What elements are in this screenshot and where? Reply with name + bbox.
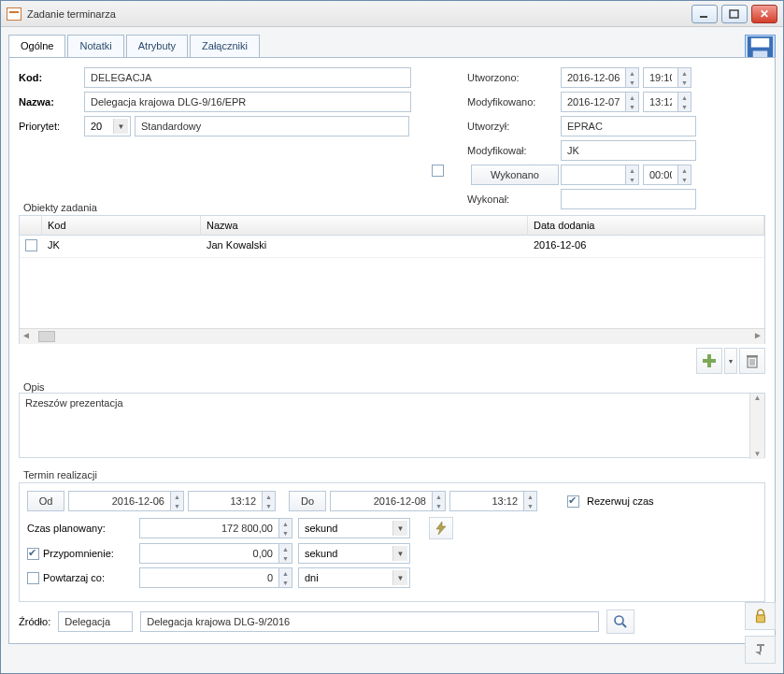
priorytet-spinner[interactable]: 20 ▼ [84, 116, 131, 136]
tab-general[interactable]: Ogólne [8, 35, 65, 57]
powt-unit-combo[interactable]: dni▼ [298, 567, 410, 588]
rezerwuj-checkbox[interactable] [567, 495, 579, 508]
wykonano-checkbox[interactable] [432, 165, 444, 177]
delete-button[interactable] [739, 348, 765, 374]
utworzono-time[interactable] [643, 67, 678, 88]
minimize-button[interactable] [691, 5, 718, 23]
utworzyl-label: Utworzył: [467, 121, 561, 132]
nazwa-label: Nazwa: [19, 96, 84, 108]
modyfikowano-time[interactable] [643, 92, 678, 112]
wykonano-button[interactable]: Wykonano [471, 165, 559, 185]
wykonal-label: Wykonał: [467, 194, 561, 205]
kod-input[interactable] [84, 67, 411, 88]
svg-rect-17 [757, 644, 764, 646]
table-row[interactable]: JK Jan Kowalski 2016-12-06 [20, 236, 764, 258]
opis-textarea[interactable] [19, 393, 765, 458]
modyfikowal-label: Modyfikował: [467, 145, 561, 156]
row-checkbox[interactable] [25, 239, 37, 251]
powt-label: Powtarzaj co: [43, 572, 139, 583]
utworzono-date[interactable] [561, 67, 626, 88]
od-time[interactable] [188, 491, 263, 511]
add-dropdown-button[interactable]: ▾ [724, 348, 737, 374]
row-nazwa: Jan Kowalski [201, 236, 528, 257]
svg-rect-8 [747, 355, 758, 357]
do-time[interactable] [449, 491, 524, 511]
tabstrip: Ogólne Notatki Atrybuty Załączniki [8, 35, 776, 58]
spinner-buttons[interactable]: ▲▼ [433, 491, 446, 511]
row-kod: JK [42, 236, 201, 257]
horizontal-scrollbar[interactable] [20, 328, 764, 344]
dropdown-arrow-icon: ▼ [392, 570, 407, 585]
titlebar: Zadanie terminarza ✕ [1, 1, 783, 27]
utworzono-label: Utworzono: [467, 72, 561, 83]
maximize-button[interactable] [721, 5, 748, 23]
add-button[interactable] [696, 348, 722, 374]
powt-checkbox[interactable] [27, 572, 39, 584]
tab-notes[interactable]: Notatki [67, 35, 123, 57]
col-nazwa[interactable]: Nazwa [201, 216, 528, 235]
czas-unit-combo[interactable]: sekund▼ [298, 518, 410, 538]
spinner-buttons[interactable]: ▲▼ [279, 567, 292, 588]
app-icon [7, 7, 21, 21]
modyfikowal-input [561, 140, 696, 161]
spinner-buttons[interactable]: ▲▼ [678, 165, 691, 185]
col-kod[interactable]: Kod [42, 216, 201, 235]
spinner-buttons[interactable]: ▲▼ [678, 92, 691, 112]
priorytet-text [135, 116, 409, 136]
do-date[interactable] [330, 491, 433, 511]
svg-rect-0 [700, 16, 707, 18]
spinner-buttons[interactable]: ▲▼ [626, 67, 639, 88]
svg-rect-3 [751, 37, 769, 47]
do-button[interactable]: Do [289, 491, 326, 511]
czas-input[interactable] [139, 518, 279, 538]
spinner-buttons[interactable]: ▲▼ [524, 491, 537, 511]
powt-input[interactable] [139, 567, 279, 588]
opis-title: Opis [21, 381, 48, 393]
lock-button[interactable] [745, 602, 776, 630]
col-data[interactable]: Data dodania [528, 216, 764, 235]
priorytet-value: 20 [87, 121, 102, 132]
nazwa-input[interactable] [84, 92, 411, 112]
lightning-button[interactable] [429, 517, 453, 539]
rezerwuj-label: Rezerwuj czas [587, 495, 654, 507]
spinner-buttons[interactable]: ▲▼ [626, 92, 639, 112]
vertical-scrollbar[interactable]: ▲ ▼ [749, 394, 764, 459]
source-value [140, 611, 599, 632]
spinner-buttons[interactable]: ▲▼ [263, 491, 276, 511]
svg-point-13 [615, 616, 623, 624]
spinner-buttons[interactable]: ▲▼ [678, 67, 691, 88]
pin-button[interactable] [745, 636, 776, 664]
objects-grid[interactable]: Kod Nazwa Data dodania JK Jan Kowalski 2… [20, 216, 764, 328]
tab-attachments[interactable]: Załączniki [190, 35, 260, 57]
wykonano-date[interactable] [561, 165, 626, 185]
close-button[interactable]: ✕ [751, 5, 777, 23]
svg-rect-6 [703, 359, 716, 363]
tab-attributes[interactable]: Atrybuty [126, 35, 188, 57]
source-search-button[interactable] [606, 609, 634, 634]
source-type [58, 611, 133, 632]
utworzyl-input [561, 116, 696, 136]
przyp-checkbox[interactable] [27, 548, 39, 560]
spinner-buttons[interactable]: ▲▼ [626, 165, 639, 185]
window: Zadanie terminarza ✕ ✕ Ogólne Notatki At… [0, 0, 784, 674]
spinner-buttons[interactable]: ▲▼ [279, 543, 292, 564]
od-button[interactable]: Od [27, 491, 64, 511]
przyp-unit-combo[interactable]: sekund▼ [298, 543, 410, 564]
row-data: 2016-12-06 [528, 236, 764, 257]
scroll-thumb[interactable] [38, 331, 55, 342]
wykonano-time[interactable] [643, 165, 678, 185]
svg-rect-15 [756, 615, 764, 623]
przyp-unit: sekund [301, 548, 337, 559]
wykonal-input [561, 189, 696, 209]
od-date[interactable] [68, 491, 171, 511]
grid-header: Kod Nazwa Data dodania [20, 216, 764, 236]
dropdown-arrow-icon: ▼ [113, 119, 128, 134]
dropdown-arrow-icon: ▼ [392, 546, 407, 561]
czas-label: Czas planowany: [27, 523, 139, 534]
window-title: Zadanie terminarza [27, 8, 116, 20]
spinner-buttons[interactable]: ▲▼ [171, 491, 184, 511]
svg-marker-18 [755, 652, 761, 655]
przyp-input[interactable] [139, 543, 279, 564]
spinner-buttons[interactable]: ▲▼ [279, 518, 292, 538]
modyfikowano-date[interactable] [561, 92, 626, 112]
